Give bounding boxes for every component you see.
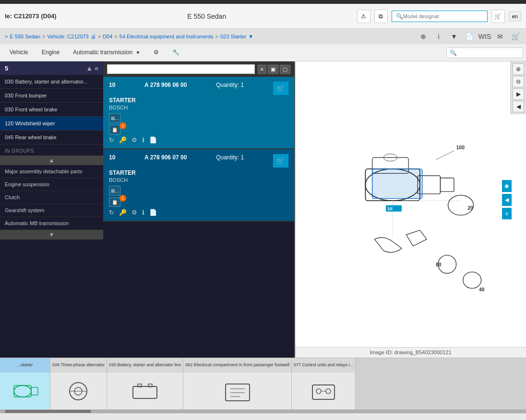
svg-point-19 <box>14 385 31 397</box>
svg-text:100: 100 <box>456 145 465 150</box>
sidebar-collapse-icon[interactable]: ▲ <box>86 64 93 72</box>
part-2-settings-icon[interactable]: ⚙ <box>132 209 137 216</box>
part-2-info-icon[interactable]: ℹ <box>142 209 144 216</box>
part-1-cart-btn[interactable]: 🛒 <box>273 82 288 95</box>
tab-automatic-transmission[interactable]: Automatic transmission ▼ <box>66 46 147 60</box>
model-search-input[interactable] <box>403 13 480 19</box>
copy-icon[interactable]: ⧉ <box>374 10 388 23</box>
grid-view-btn[interactable]: ▣ <box>268 65 278 74</box>
sidebar-item-030-front-wheel-brake[interactable]: 030 Front wheel brake <box>0 103 103 117</box>
part-1-number: A 278 906 06 00 <box>144 82 187 95</box>
list-view-btn[interactable]: ≡ <box>258 65 266 74</box>
wis-icon[interactable]: WIS <box>479 31 490 42</box>
part-1-info-icon[interactable]: ℹ <box>142 136 144 144</box>
part-2-badge-row: 📋 1 <box>109 197 288 207</box>
part-2-number: A 278 906 07 00 <box>144 154 187 168</box>
thumb-electrical[interactable]: 062 Electrical compartment in front pass… <box>183 358 292 409</box>
breadcrumb-electrical[interactable]: 54 Electrical equipment and instruments <box>120 34 214 39</box>
sidebar: 5 ▲ « 030 Battery, starter and alternato… <box>0 61 103 358</box>
scrollbar-thumb[interactable] <box>5 410 91 413</box>
parts-list: 10 A 278 906 06 00 Quantity: 1 🛒 STARTER… <box>103 77 294 358</box>
tab-search-input[interactable] <box>457 50 519 56</box>
info-icon[interactable]: i <box>433 31 444 42</box>
sidebar-subitem-engine-suspension[interactable]: Engine suspension <box>0 178 103 191</box>
thumb-control[interactable]: 077 Control units and relays i... <box>292 358 356 409</box>
sidebar-item-120-windshield-wiper[interactable]: 120 Windshield wiper <box>0 117 103 131</box>
svg-rect-21 <box>31 387 38 395</box>
thumb-electrical-label: 062 Electrical compartment in front pass… <box>183 358 291 372</box>
sidebar-scroll-down[interactable]: ▼ <box>0 230 103 240</box>
sidebar-item-030-battery[interactable]: 030 Battery, starter and alternator... <box>0 75 103 89</box>
sidebar-item-045-rear-wheel-brake[interactable]: 045 Rear wheel brake <box>0 131 103 144</box>
part-1-refresh-icon[interactable]: ↻ <box>109 136 114 144</box>
part-2-doc-icon[interactable]: 📋 <box>109 197 120 207</box>
language-selector[interactable]: en <box>509 12 521 21</box>
breadcrumb-d04[interactable]: D04 <box>103 34 112 39</box>
svg-rect-25 <box>133 386 157 398</box>
sidebar-section-label: in groups <box>0 144 103 156</box>
breadcrumb-vehicle[interactable]: Vehicle: C212073 <box>48 34 89 39</box>
part-1-doc2-icon[interactable]: 📄 <box>149 136 157 144</box>
svg-point-34 <box>326 389 331 394</box>
part-2-pos: 10 <box>109 154 115 168</box>
document-icon[interactable]: 📄 <box>464 31 475 42</box>
breadcrumb-separator: > <box>5 34 8 39</box>
part-2-brand: BOSCH <box>109 177 288 183</box>
header-left: le: C212073 (D04) <box>5 12 57 20</box>
bottom-thumbnails: ...starter 026 Three-phase alternator 03… <box>0 358 526 409</box>
part-2-table-icon[interactable]: ⊞... <box>109 186 120 195</box>
parts-view-buttons: ≡ ▣ ▢ <box>258 65 290 74</box>
part-1-key-icon[interactable]: 🔑 <box>119 136 127 144</box>
breadcrumb-starter[interactable]: 023 Starter <box>220 34 246 39</box>
part-1-badge: 1 <box>120 122 126 129</box>
thumb-battery[interactable]: 030 Battery, starter and alternator line <box>107 358 183 409</box>
sidebar-subitem-major-assembly[interactable]: Major assembly detachable parts <box>0 165 103 178</box>
parts-diagram-svg: 100 20 10 80 40 <box>300 126 521 294</box>
sidebar-subitem-clutch[interactable]: Clutch <box>0 191 103 204</box>
zoom-in-icon[interactable]: ⊕ <box>418 31 429 42</box>
sidebar-item-030-front-bumper[interactable]: 030 Front bumper <box>0 89 103 103</box>
svg-rect-10 <box>372 168 422 198</box>
part-1-settings-icon[interactable]: ⚙ <box>132 136 137 144</box>
tab-bar: Vehicle Engine Automatic transmission ▼ … <box>0 44 526 61</box>
part-2-refresh-icon[interactable]: ↻ <box>109 209 114 216</box>
tab-tools[interactable]: 🔧 <box>166 46 186 60</box>
dropdown-arrow[interactable]: ▼ <box>248 34 253 39</box>
part-1-action-icons: ↻ 🔑 ⚙ ℹ 📄 <box>109 136 288 144</box>
search-icon: 🔍 <box>396 13 403 20</box>
header-center: E 550 Sedan <box>187 12 226 20</box>
breadcrumb-e550[interactable]: E 550 Sedan <box>10 34 40 39</box>
filter-icon[interactable]: ▼ <box>448 31 460 42</box>
model-search-box: 🔍 <box>392 11 488 22</box>
tab-engine[interactable]: Engine <box>35 46 66 60</box>
svg-rect-3 <box>440 178 454 191</box>
sidebar-subitem-gearshift-system[interactable]: Gearshift system <box>0 204 103 217</box>
sidebar-scroll-up[interactable]: ▲ <box>0 156 103 165</box>
cart-icon[interactable]: 🛒 <box>491 10 505 23</box>
part-2-doc2-icon[interactable]: 📄 <box>149 209 157 216</box>
email-icon[interactable]: ✉ <box>494 31 506 42</box>
part-2-key-icon[interactable]: 🔑 <box>119 209 127 216</box>
part-1-doc-icon[interactable]: 📋 <box>109 125 120 134</box>
thumb-starter[interactable]: ...starter <box>0 358 50 409</box>
tab-settings[interactable]: ⚙ <box>147 46 166 60</box>
part-2-cart-btn[interactable]: 🛒 <box>273 154 288 168</box>
sidebar-subitem-auto-mb-transmission[interactable]: Automatic MB transmission <box>0 217 103 230</box>
part-1-name: STARTER <box>109 97 288 104</box>
tab-search-box: 🔍 <box>446 48 523 58</box>
svg-point-33 <box>316 389 321 394</box>
sidebar-close-icon[interactable]: « <box>95 64 98 72</box>
cart-breadcrumb-icon[interactable]: 🛒 <box>510 31 521 42</box>
thumb-alternator-label: 026 Three-phase alternator <box>50 358 107 372</box>
model-name: E 550 Sedan <box>187 12 226 20</box>
part-item-1: 10 A 278 906 06 00 Quantity: 1 🛒 STARTER… <box>103 77 294 149</box>
part-2-qty-label: Quantity: 1 <box>216 154 244 168</box>
tab-search-icon: 🔍 <box>450 49 457 56</box>
part-1-table-icon[interactable]: ⊞... <box>109 113 120 123</box>
expand-view-btn[interactable]: ▢ <box>280 65 290 74</box>
thumb-alternator[interactable]: 026 Three-phase alternator <box>50 358 107 409</box>
parts-search-input[interactable] <box>107 64 255 74</box>
tab-vehicle[interactable]: Vehicle <box>3 46 35 60</box>
sidebar-number: 5 <box>5 65 8 72</box>
warning-icon[interactable]: ⚠ <box>357 10 371 23</box>
